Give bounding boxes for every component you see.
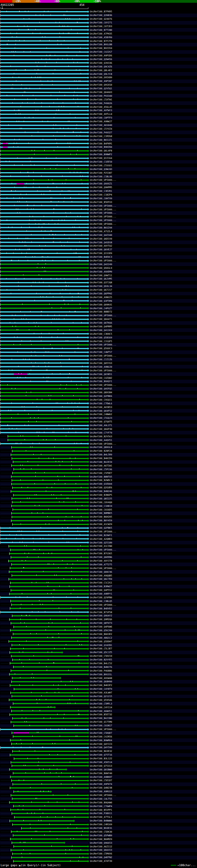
alignment-bar[interactable] <box>13 773 88 774</box>
hit-label[interactable]: UniRef100_B03E32 <box>90 749 112 753</box>
hit-label[interactable]: UniRef100_B7FJT0 <box>90 39 112 43</box>
hit-label[interactable]: UniRef100_O95X89 <box>90 76 112 80</box>
hit-label[interactable]: UniRef100_Q65B51 <box>90 372 112 376</box>
alignment-bar[interactable] <box>10 787 88 788</box>
alignment-bar[interactable] <box>1 289 88 291</box>
alignment-bar[interactable] <box>1 330 88 331</box>
hit-label[interactable]: UniRef100_C4R169 <box>90 823 112 827</box>
alignment-bar[interactable] <box>12 524 88 525</box>
hit-label[interactable]: UniRef100_Q24076 <box>90 17 112 21</box>
alignment-bar[interactable] <box>1 230 88 232</box>
hit-label[interactable]: UniRef100_A3LWH7 <box>90 691 112 695</box>
alignment-bar[interactable] <box>1 40 88 41</box>
hit-label[interactable]: UniRef100_Q6VEJ7 <box>90 248 112 252</box>
hit-label[interactable]: UniRef100_Q5FWB9 <box>90 834 112 837</box>
alignment-bar[interactable] <box>11 520 88 521</box>
alignment-bar[interactable] <box>1 352 88 353</box>
alignment-bar[interactable] <box>12 710 88 712</box>
hit-label[interactable]: UniRef100_UPI000... <box>90 354 117 358</box>
hit-label[interactable]: UniRef100_B4J1B0 <box>90 716 112 720</box>
alignment-bar[interactable] <box>12 564 88 565</box>
alignment-bar[interactable] <box>10 820 73 822</box>
hit-label[interactable]: UniRef100_UPI000... <box>90 204 117 208</box>
alignment-bar[interactable] <box>13 805 88 807</box>
hit-label[interactable]: UniRef100_UPI000... <box>90 442 117 445</box>
hit-label[interactable]: UniRef100_C5E1D7 <box>90 779 112 782</box>
hit-label[interactable]: UniRef100_Q6L4F8 <box>90 149 112 153</box>
hit-label[interactable]: UniRef100_Q39836 <box>90 13 112 17</box>
alignment-bar[interactable] <box>9 546 88 547</box>
alignment-bar[interactable] <box>1 527 88 529</box>
hit-label[interactable]: UniRef100_B5E732 <box>90 713 112 716</box>
alignment-bar[interactable] <box>1 384 88 386</box>
alignment-bar[interactable] <box>1 315 88 316</box>
alignment-bar[interactable] <box>12 824 88 825</box>
alignment-bar[interactable] <box>1 165 88 166</box>
hit-label[interactable]: UniRef100_B5DFX3 <box>90 200 112 204</box>
hit-label[interactable]: UniRef100_Q42249 <box>90 262 112 266</box>
alignment-bar[interactable] <box>1 11 88 12</box>
hit-label[interactable]: UniRef100_A9NWJ7 <box>90 120 112 123</box>
hit-label[interactable]: UniRef100_UPI000... <box>90 178 117 182</box>
alignment-bar[interactable] <box>12 480 88 481</box>
hit-label[interactable]: UniRef100_C3BLQ5 <box>90 599 112 603</box>
hit-label[interactable]: UniRef100_B4JEI0 <box>90 460 112 464</box>
alignment-bar[interactable] <box>10 652 62 653</box>
alignment-bar[interactable] <box>1 73 88 74</box>
alignment-bar[interactable] <box>10 714 88 715</box>
alignment-bar[interactable] <box>13 509 88 510</box>
alignment-bar[interactable] <box>10 754 88 755</box>
hit-label[interactable]: UniRef100_B65JZ1 <box>90 138 112 142</box>
alignment-bar[interactable] <box>1 220 88 221</box>
alignment-bar[interactable] <box>1 158 88 159</box>
alignment-bar[interactable] <box>10 685 88 686</box>
alignment-bar[interactable] <box>12 813 88 814</box>
alignment-bar[interactable] <box>1 747 88 748</box>
alignment-bar[interactable] <box>1 355 88 356</box>
alignment-bar[interactable] <box>1 128 88 129</box>
alignment-bar[interactable] <box>11 600 88 602</box>
alignment-bar[interactable] <box>1 19 88 20</box>
alignment-bar[interactable] <box>12 681 88 682</box>
hit-label[interactable]: UniRef100_C5XTW1 <box>90 98 112 101</box>
hit-label[interactable]: UniRef100_C4J2G7 <box>90 50 112 54</box>
hit-label[interactable]: UniRef100_Q6TK66 <box>90 321 112 325</box>
hit-label[interactable]: UniRef100_B9HZ84 <box>90 145 112 149</box>
hit-label[interactable]: UniRef100_Q7Q0T5 <box>90 420 112 424</box>
hit-label[interactable]: UniRef100_B2XWY1 <box>90 533 112 537</box>
hit-label[interactable]: UniRef100_Q8L4E2 <box>90 68 112 72</box>
hit-label[interactable]: UniRef100_A9PSD6 <box>90 54 112 58</box>
hit-label[interactable]: UniRef100_Q1E0A4 <box>90 482 112 486</box>
alignment-bar[interactable] <box>12 513 88 514</box>
alignment-bar[interactable] <box>12 718 88 719</box>
hit-label[interactable]: UniRef100_C4Y114 <box>90 706 112 709</box>
alignment-bar[interactable] <box>22 828 88 829</box>
hit-label[interactable]: UniRef100_Q5DDH7 <box>90 640 112 643</box>
alignment-bar[interactable] <box>1 542 88 543</box>
alignment-bar[interactable] <box>12 780 88 781</box>
alignment-bar[interactable] <box>11 454 88 456</box>
hit-label[interactable]: UniRef100_Q66P30 <box>90 427 112 431</box>
hit-label[interactable]: UniRef100_C5FDE7 <box>90 471 112 475</box>
alignment-bar[interactable] <box>12 743 88 745</box>
hit-label[interactable]: UniRef100_A7SZL4 <box>90 229 112 233</box>
hit-label[interactable]: UniRef100_Q8T6T3 <box>90 621 112 625</box>
hit-label[interactable]: UniRef100_UPI000... <box>90 215 117 219</box>
hit-label[interactable]: UniRef100_C4LT55 <box>90 797 112 801</box>
hit-label[interactable]: UniRef100_B9SLB8 <box>90 43 112 46</box>
hit-label[interactable]: UniRef100_Q67J17 <box>90 288 112 292</box>
hit-label[interactable]: UniRef100_B4N246 <box>90 490 112 493</box>
hit-label[interactable]: UniRef100_A65B53 <box>90 405 112 409</box>
hit-label[interactable]: UniRef100_A8Q1C2 <box>90 636 112 640</box>
hit-label[interactable]: UniRef100_C1H819 <box>90 504 112 508</box>
alignment-bar[interactable] <box>12 677 60 679</box>
hit-label[interactable]: UniRef100_B4E0C3 <box>90 255 112 259</box>
alignment-bar[interactable] <box>1 147 88 148</box>
hit-label[interactable]: UniRef100_Q95FQ5 <box>90 387 112 391</box>
alignment-bar[interactable] <box>1 410 88 411</box>
alignment-bar[interactable] <box>1 392 88 393</box>
alignment-bar[interactable] <box>1 66 88 67</box>
hit-label[interactable]: UniRef100_Q4N238 <box>90 786 112 790</box>
alignment-bar[interactable] <box>1 322 88 323</box>
hit-label[interactable]: UniRef100_A9TWY3 <box>90 109 112 113</box>
